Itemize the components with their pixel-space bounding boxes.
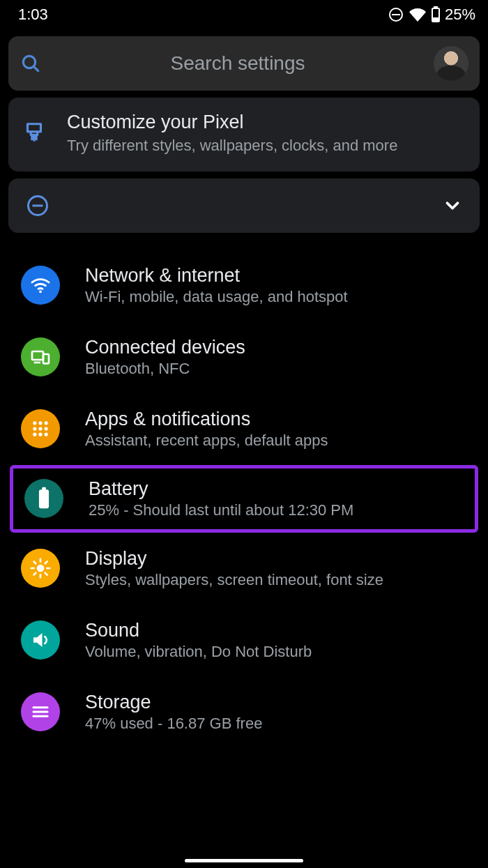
wifi-icon [21, 266, 60, 305]
nav-handle[interactable] [185, 859, 303, 862]
svg-line-6 [33, 66, 38, 70]
battery-icon [431, 6, 441, 23]
search-placeholder: Search settings [54, 52, 421, 75]
devices-icon [21, 337, 60, 376]
svg-point-24 [37, 565, 45, 572]
svg-rect-11 [43, 354, 49, 363]
svg-rect-22 [39, 489, 49, 508]
item-title: Connected devices [85, 337, 245, 358]
svg-point-18 [45, 427, 48, 431]
svg-point-15 [45, 421, 48, 425]
wifi-icon [409, 6, 427, 23]
status-bar: 1:03 25% [0, 0, 488, 29]
sound-icon [21, 620, 60, 660]
svg-rect-23 [42, 487, 46, 490]
search-icon [20, 52, 42, 75]
svg-rect-4 [433, 17, 439, 21]
settings-list: Network & internet Wi-Fi, mobile, data u… [0, 250, 488, 748]
item-title: Network & internet [85, 265, 348, 287]
chevron-down-icon [442, 195, 463, 216]
battery-icon [24, 479, 63, 518]
item-subtitle: Volume, vibration, Do Not Disturb [85, 643, 312, 661]
svg-point-16 [33, 427, 36, 431]
search-bar[interactable]: Search settings [8, 36, 480, 91]
svg-rect-3 [434, 7, 437, 8]
status-right: 25% [388, 6, 475, 24]
item-subtitle: 47% used - 16.87 GB free [85, 715, 262, 733]
customize-pixel-card[interactable]: Customize your Pixel Try different style… [8, 98, 480, 172]
item-title: Display [85, 548, 383, 570]
collapsible-section[interactable] [8, 178, 480, 233]
svg-point-30 [33, 715, 36, 717]
svg-point-28 [33, 706, 36, 708]
display-icon [21, 549, 60, 588]
minus-circle-icon [25, 193, 50, 218]
customize-title: Customize your Pixel [67, 112, 397, 133]
dnd-icon [388, 6, 404, 23]
settings-item-network[interactable]: Network & internet Wi-Fi, mobile, data u… [0, 250, 488, 321]
settings-item-apps[interactable]: Apps & notifications Assistant, recent a… [0, 393, 488, 465]
item-subtitle: Wi-Fi, mobile, data usage, and hotspot [85, 288, 348, 306]
settings-item-sound[interactable]: Sound Volume, vibration, Do Not Disturb [0, 604, 488, 676]
profile-avatar[interactable] [434, 46, 468, 81]
settings-item-connected-devices[interactable]: Connected devices Bluetooth, NFC [0, 321, 488, 393]
brush-icon [21, 121, 47, 147]
svg-point-17 [38, 427, 42, 431]
item-subtitle: Styles, wallpapers, screen timeout, font… [85, 571, 383, 589]
status-battery-text: 25% [445, 6, 475, 24]
item-subtitle: Assistant, recent apps, default apps [85, 432, 328, 450]
svg-point-29 [33, 711, 36, 713]
svg-point-21 [45, 433, 48, 436]
svg-point-20 [38, 433, 42, 436]
settings-item-display[interactable]: Display Styles, wallpapers, screen timeo… [0, 533, 488, 604]
item-subtitle: Bluetooth, NFC [85, 360, 245, 378]
item-title: Battery [89, 478, 353, 500]
item-title: Storage [85, 692, 262, 713]
apps-icon [21, 409, 60, 448]
item-subtitle: 25% - Should last until about 12:30 PM [89, 501, 353, 519]
highlighted-item: Battery 25% - Should last until about 12… [10, 465, 478, 533]
item-title: Sound [85, 620, 312, 641]
storage-icon [21, 692, 60, 731]
item-title: Apps & notifications [85, 409, 328, 430]
svg-point-14 [38, 421, 42, 425]
svg-point-9 [39, 291, 42, 294]
customize-subtitle: Try different styles, wallpapers, clocks… [67, 136, 397, 156]
svg-point-19 [33, 433, 36, 436]
svg-rect-10 [32, 351, 43, 360]
settings-item-storage[interactable]: Storage 47% used - 16.87 GB free [0, 676, 488, 748]
svg-point-13 [33, 421, 36, 425]
status-time: 1:03 [18, 6, 48, 24]
settings-item-battery[interactable]: Battery 25% - Should last until about 12… [22, 478, 466, 519]
